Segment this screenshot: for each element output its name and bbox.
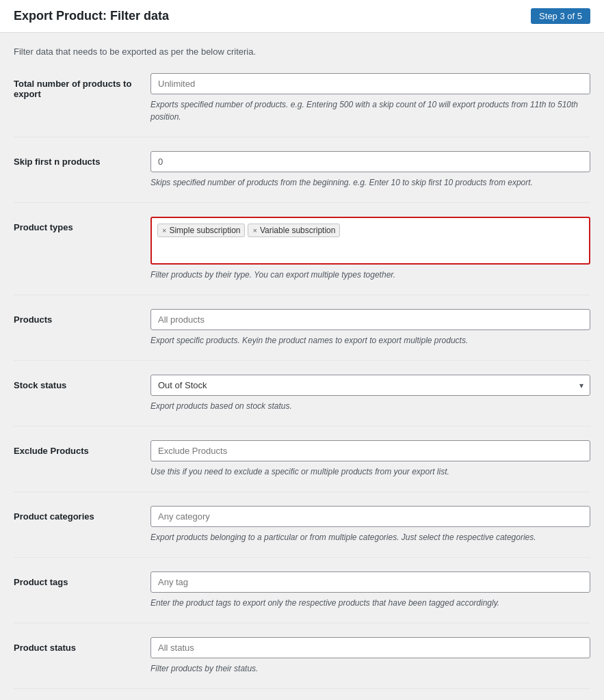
product-status-hint: Filter products by their status. — [150, 662, 590, 675]
exclude-products-field: Use this if you need to exclude a specif… — [150, 440, 590, 478]
product-categories-row: Product categories Export products belon… — [14, 506, 590, 558]
product-categories-hint: Export products belonging to a particula… — [150, 531, 590, 543]
product-tags-row: Product tags Enter the product tags to e… — [14, 571, 590, 623]
product-status-field: Filter products by their status. — [150, 637, 590, 675]
skip-first-row: Skip first n products Skips specified nu… — [14, 151, 590, 203]
stock-status-select[interactable]: Any In Stock Out of Stock On Backorder — [150, 375, 590, 396]
product-status-label: Product status — [14, 637, 150, 653]
exclude-products-input[interactable] — [150, 440, 590, 461]
page-description: Filter data that needs to be exported as… — [14, 46, 590, 57]
step-badge: Step 3 of 5 — [531, 8, 590, 24]
product-status-row: Product status Filter products by their … — [14, 637, 590, 689]
total-products-label: Total number of products to export — [14, 73, 150, 99]
tag-variable-subscription: × Variable subscription — [248, 224, 340, 237]
page-title: Export Product: Filter data — [14, 9, 169, 23]
products-input[interactable] — [150, 309, 590, 330]
tag-simple-subscription: × Simple subscription — [157, 224, 245, 237]
product-tags-field: Enter the product tags to export only th… — [150, 571, 590, 609]
skip-first-hint: Skips specified number of products from … — [150, 176, 590, 189]
tag-label-simple: Simple subscription — [169, 226, 240, 235]
product-status-input[interactable] — [150, 637, 590, 658]
product-categories-label: Product categories — [14, 506, 150, 522]
header: Export Product: Filter data Step 3 of 5 — [0, 0, 604, 33]
stock-status-field: Any In Stock Out of Stock On Backorder ▾… — [150, 375, 590, 412]
exclude-products-label: Exclude Products — [14, 440, 150, 456]
product-types-box[interactable]: × Simple subscription × Variable subscri… — [150, 217, 590, 265]
product-categories-input[interactable] — [150, 506, 590, 527]
skip-first-input[interactable] — [150, 151, 590, 172]
content-area: Filter data that needs to be exported as… — [0, 33, 604, 700]
exclude-products-row: Exclude Products Use this if you need to… — [14, 440, 590, 492]
products-hint: Export specific products. Keyin the prod… — [150, 334, 590, 347]
product-tags-label: Product tags — [14, 571, 150, 587]
product-types-hint: Filter products by their type. You can e… — [150, 269, 590, 281]
stock-status-row: Stock status Any In Stock Out of Stock O… — [14, 375, 590, 427]
total-products-hint: Exports specified number of products. e.… — [150, 98, 590, 123]
skip-first-field: Skips specified number of products from … — [150, 151, 590, 189]
products-field: Export specific products. Keyin the prod… — [150, 309, 590, 347]
tag-remove-variable[interactable]: × — [252, 226, 257, 234]
tags-container: × Simple subscription × Variable subscri… — [157, 224, 583, 237]
product-types-label: Product types — [14, 217, 150, 232]
product-types-field: × Simple subscription × Variable subscri… — [150, 217, 590, 281]
exclude-products-hint: Use this if you need to exclude a specif… — [150, 466, 590, 478]
tag-remove-simple[interactable]: × — [162, 226, 166, 234]
product-categories-field: Export products belonging to a particula… — [150, 506, 590, 543]
total-products-field: Exports specified number of products. e.… — [150, 73, 590, 123]
stock-status-label: Stock status — [14, 375, 150, 390]
products-label: Products — [14, 309, 150, 325]
total-products-row: Total number of products to export Expor… — [14, 73, 590, 137]
product-tags-input[interactable] — [150, 571, 590, 593]
page-wrapper: Export Product: Filter data Step 3 of 5 … — [0, 0, 604, 700]
tag-label-variable: Variable subscription — [260, 226, 336, 235]
product-tags-hint: Enter the product tags to export only th… — [150, 597, 590, 609]
stock-status-hint: Export products based on stock status. — [150, 400, 590, 412]
products-row: Products Export specific products. Keyin… — [14, 309, 590, 361]
skip-first-label: Skip first n products — [14, 151, 150, 167]
product-types-row: Product types × Simple subscription × Va… — [14, 217, 590, 295]
total-products-input[interactable] — [150, 73, 590, 94]
stock-status-select-wrapper: Any In Stock Out of Stock On Backorder ▾ — [150, 375, 590, 396]
